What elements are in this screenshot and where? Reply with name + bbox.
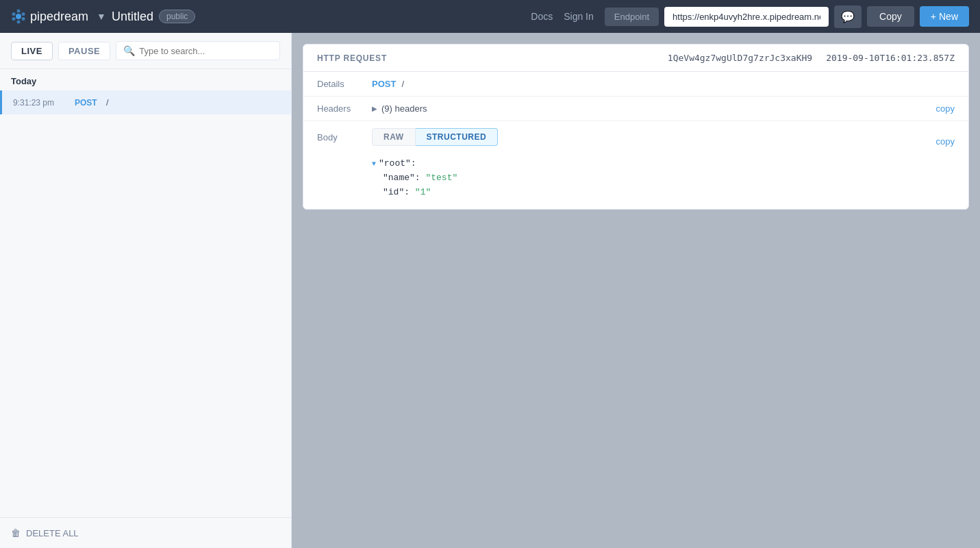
docs-link[interactable]: Docs (531, 11, 553, 22)
new-button[interactable]: + New (920, 6, 969, 27)
details-content: POST / (372, 79, 955, 89)
search-input[interactable] (139, 46, 273, 56)
chevron-down-icon[interactable]: ▼ (97, 11, 106, 22)
signin-link[interactable]: Sign In (564, 11, 594, 22)
headers-content: ▶ (9) headers (372, 103, 936, 114)
structured-tab[interactable]: STRUCTURED (416, 128, 499, 146)
headers-label: Headers (317, 103, 372, 114)
new-button-label: New (939, 11, 958, 22)
panel-header: HTTP REQUEST 1QeVw4gz7wgUlD7g7zrJc3xaKH9… (303, 45, 968, 72)
json-name-line: "name": "test" (383, 171, 955, 186)
svg-point-3 (22, 17, 25, 21)
live-button[interactable]: LIVE (11, 42, 53, 60)
svg-point-0 (16, 14, 21, 19)
endpoint-area: Endpoint 💬 Copy + New (605, 5, 969, 28)
page-title: Untitled (112, 10, 153, 24)
plus-icon: + (931, 11, 936, 22)
svg-point-1 (17, 10, 21, 13)
headers-row: Headers ▶ (9) headers copy (303, 97, 968, 121)
endpoint-label: Endpoint (605, 8, 659, 26)
visibility-badge: public (159, 10, 195, 23)
json-root-line: ▼"root": (372, 157, 955, 171)
method-badge: POST (372, 79, 396, 89)
expand-icon: ▶ (372, 105, 377, 112)
main-layout: LIVE PAUSE 🔍 Today 9:31:23 pm POST / 🗑 D… (0, 33, 980, 548)
delete-all-area[interactable]: 🗑 DELETE ALL (0, 517, 291, 548)
logo-text: pipedream (30, 10, 88, 24)
request-id: 1QeVw4gz7wgUlD7g7zrJc3xaKH9 (668, 53, 812, 63)
trash-icon: 🗑 (11, 527, 21, 538)
json-id-line: "id": "1" (383, 186, 955, 200)
panel-title: HTTP REQUEST (317, 53, 387, 63)
logo: pipedream (11, 9, 88, 24)
sidebar-toolbar: LIVE PAUSE 🔍 (0, 33, 291, 69)
name-key: "name": (383, 173, 420, 183)
name-value: "test" (425, 173, 457, 183)
body-copy-link[interactable]: copy (936, 136, 955, 147)
details-label: Details (317, 79, 372, 89)
copy-button[interactable]: Copy (867, 6, 914, 27)
svg-point-6 (12, 12, 16, 16)
request-time: 9:31:23 pm (13, 98, 68, 108)
request-method: POST (75, 98, 99, 108)
endpoint-url-input[interactable] (664, 7, 829, 27)
chat-icon-button[interactable]: 💬 (834, 5, 862, 28)
search-bar[interactable]: 🔍 (116, 41, 280, 60)
nav-right: Docs Sign In Endpoint 💬 Copy + New (531, 5, 969, 28)
svg-point-4 (17, 21, 21, 24)
top-navbar: pipedream ▼ Untitled public Docs Sign In… (0, 0, 980, 33)
root-key: "root": (379, 158, 416, 169)
content-area: HTTP REQUEST 1QeVw4gz7wgUlD7g7zrJc3xaKH9… (292, 33, 980, 548)
headers-count: (9) headers (381, 103, 427, 114)
body-tabs: RAW STRUCTURED (372, 128, 498, 146)
chat-icon: 💬 (841, 10, 855, 23)
delete-all-label: DELETE ALL (26, 528, 79, 538)
svg-point-5 (12, 17, 16, 21)
path-text: / (401, 79, 404, 89)
request-row[interactable]: 9:31:23 pm POST / (0, 90, 291, 114)
date-header: Today (0, 69, 291, 90)
search-icon: 🔍 (123, 45, 135, 56)
details-row: Details POST / (303, 72, 968, 97)
logo-icon (11, 9, 26, 24)
collapse-icon[interactable]: ▼ (372, 160, 376, 168)
pause-button[interactable]: PAUSE (58, 42, 110, 60)
svg-point-2 (22, 12, 25, 16)
request-timestamp: 2019-09-10T16:01:23.857Z (826, 53, 955, 63)
headers-toggle[interactable]: ▶ (9) headers (372, 103, 427, 114)
body-content: RAW STRUCTURED copy ▼"root": "name": "te… (372, 128, 955, 202)
sidebar: LIVE PAUSE 🔍 Today 9:31:23 pm POST / 🗑 D… (0, 33, 292, 548)
body-tabs-row: RAW STRUCTURED copy (372, 128, 955, 154)
body-label: Body (317, 128, 372, 142)
id-key: "id": (383, 187, 410, 197)
body-row: Body RAW STRUCTURED copy ▼"root": (303, 121, 968, 209)
raw-tab[interactable]: RAW (372, 128, 416, 146)
request-panel: HTTP REQUEST 1QeVw4gz7wgUlD7g7zrJc3xaKH9… (303, 44, 969, 210)
title-area: ▼ Untitled public (97, 10, 195, 24)
id-value: "1" (415, 187, 431, 197)
panel-meta: 1QeVw4gz7wgUlD7g7zrJc3xaKH9 2019-09-10T1… (668, 53, 955, 63)
headers-copy-link[interactable]: copy (936, 103, 955, 114)
json-tree: ▼"root": "name": "test" "id": "1" (372, 154, 955, 202)
request-path: / (106, 97, 109, 108)
nav-left: pipedream ▼ Untitled public (11, 9, 195, 24)
